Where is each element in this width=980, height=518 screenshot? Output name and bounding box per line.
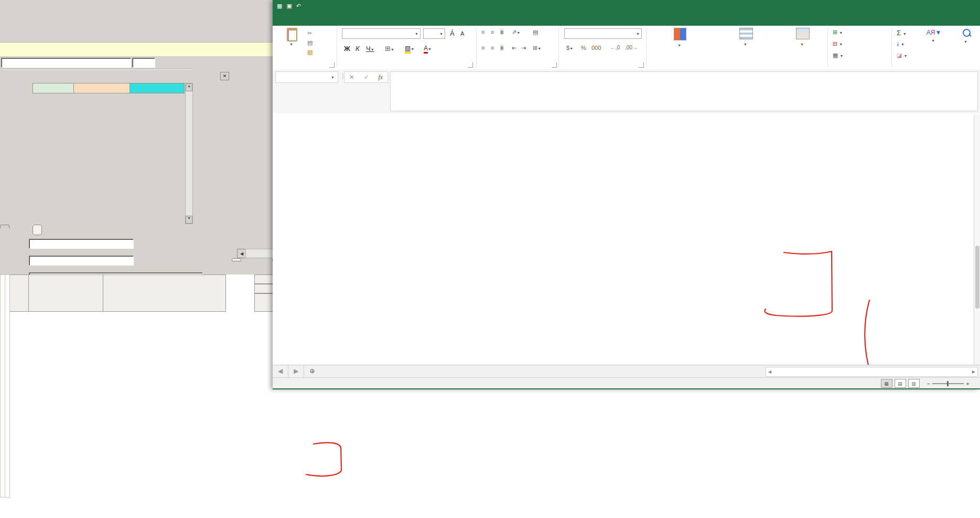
excel-window-bottom-edge <box>273 388 980 389</box>
name-box[interactable]: ▼ <box>275 71 338 83</box>
conditional-formatting-icon <box>674 28 686 40</box>
search-icon <box>963 29 971 37</box>
vars-header-name[interactable] <box>103 274 226 312</box>
warning-banner <box>0 42 275 57</box>
vars-header-standard <box>254 274 275 284</box>
tab-full-view[interactable] <box>232 258 241 261</box>
font-name-select[interactable]: ▼ <box>342 28 421 39</box>
vars-header-level <box>254 284 275 293</box>
new-sheet-icon[interactable]: ⊕ <box>304 365 320 378</box>
format-as-table-icon <box>739 28 753 39</box>
clipboard-icon <box>287 28 297 41</box>
font-launcher-icon[interactable] <box>468 62 473 68</box>
align-left-icon[interactable]: ≡ <box>481 45 484 51</box>
sheet-nav-right-icon[interactable]: ▶ <box>288 365 304 378</box>
red-annotation-bottom <box>283 437 388 500</box>
fill-color-icon[interactable]: ▨▼ <box>405 45 416 52</box>
copy-icon[interactable]: ▤ <box>307 39 313 46</box>
decrease-font-icon[interactable]: А <box>460 30 464 37</box>
cancel-icon[interactable]: ✕ <box>349 73 354 81</box>
hscroll-right-icon[interactable]: ▶ <box>972 369 975 374</box>
paste-button[interactable]: ▼ <box>280 28 304 46</box>
delete-cells-button[interactable]: ⊟ ▼ <box>833 40 844 47</box>
wrap-text-icon[interactable]: ▤ <box>533 29 538 36</box>
thousands-icon[interactable]: 000 <box>591 45 601 51</box>
orientation-icon[interactable]: ⇗▼ <box>512 29 522 36</box>
cell-value-input[interactable] <box>1 58 131 68</box>
number-launcher-icon[interactable] <box>639 62 644 68</box>
fill-icon[interactable]: ⤓ ▼ <box>897 40 906 47</box>
formulas-input[interactable] <box>29 239 134 249</box>
conditional-formatting-button[interactable]: ▼ <box>651 28 709 48</box>
increase-decimal-icon[interactable]: ←,0 <box>610 45 620 50</box>
col-header-bazovye[interactable] <box>130 83 185 93</box>
page-break-icon[interactable]: ▥ <box>908 379 920 388</box>
number-format-select[interactable]: ▼ <box>564 28 642 39</box>
merge-center-icon[interactable]: ⊞▼ <box>533 45 543 51</box>
align-middle-icon[interactable]: ≡ <box>491 29 494 35</box>
borders-icon[interactable]: ⊞▼ <box>385 45 396 52</box>
strip-scroll-track[interactable] <box>245 249 274 258</box>
currency-icon[interactable]: $▼ <box>566 45 575 51</box>
underline-icon[interactable]: Ч▼ <box>366 45 376 52</box>
increase-indent-icon[interactable]: ⇥ <box>521 45 526 51</box>
doc-tabs <box>0 28 274 42</box>
clear-icon[interactable]: ◪ ▼ <box>897 52 909 59</box>
hscroll-left-icon[interactable]: ◀ <box>768 369 771 374</box>
params-scrollbar[interactable]: ▲ ▼ <box>185 83 193 224</box>
formula-aux-box[interactable] <box>132 58 155 68</box>
percent-icon[interactable]: % <box>581 45 586 51</box>
zoom-slider[interactable] <box>932 383 964 384</box>
align-bottom-icon[interactable]: ≡ <box>500 29 503 35</box>
alignment-launcher-icon[interactable] <box>552 62 557 68</box>
cell-styles-button[interactable]: ▼ <box>782 28 823 47</box>
excel-logo-icon[interactable]: ▦ <box>277 3 282 9</box>
close-icon[interactable]: ✕ <box>220 72 229 80</box>
formula-input[interactable] <box>390 71 978 111</box>
find-select-button[interactable]: ▼ <box>953 29 979 45</box>
align-right-icon[interactable]: ≡ <box>500 45 503 51</box>
scrollbar-thumb[interactable] <box>975 246 979 309</box>
col-header-itogovye[interactable] <box>33 83 74 93</box>
vertical-scrollbar[interactable] <box>974 114 980 365</box>
save-icon[interactable]: ▣ <box>286 3 292 9</box>
normal-view-icon[interactable]: ▦ <box>881 379 892 388</box>
scroll-up-icon[interactable]: ▲ <box>186 83 192 91</box>
font-color-icon[interactable]: А▼ <box>424 45 433 52</box>
sort-filter-button[interactable]: АЯ▼ ▼ <box>917 29 951 44</box>
autosum-icon[interactable]: Σ ▼ <box>897 29 908 37</box>
fx-icon[interactable]: fx <box>378 73 383 81</box>
sheet-nav-left-icon[interactable]: ◀ <box>273 365 288 378</box>
italic-icon[interactable]: К <box>356 45 360 52</box>
works-input[interactable] <box>29 256 134 266</box>
insert-cells-button[interactable]: ⊞ ▼ <box>833 29 844 36</box>
undo-icon[interactable]: ↶ <box>296 3 301 9</box>
horizontal-scrollbar[interactable]: ◀ ▶ <box>766 367 978 377</box>
cut-icon[interactable]: ✂ <box>307 30 312 37</box>
decrease-indent-icon[interactable]: ⇤ <box>512 45 516 51</box>
scroll-down-icon[interactable]: ▼ <box>186 216 192 224</box>
format-cells-button[interactable]: ▦ ▼ <box>833 52 845 59</box>
app-toolbar <box>0 12 275 29</box>
vars-header-var[interactable] <box>28 274 103 312</box>
zoom-in-icon[interactable]: + <box>966 380 970 387</box>
tab-price-level[interactable] <box>0 225 9 228</box>
page-layout-icon[interactable]: ▤ <box>895 379 906 388</box>
clipboard-launcher-icon[interactable] <box>329 62 335 68</box>
increase-font-icon[interactable]: А́ <box>450 29 455 37</box>
col-header-edinichnye[interactable] <box>73 83 130 93</box>
format-as-table-button[interactable]: ▼ <box>712 28 780 47</box>
align-center-icon[interactable]: ≡ <box>491 45 494 51</box>
zoom-out-icon[interactable]: − <box>927 380 931 387</box>
font-size-select[interactable]: ▼ <box>423 28 445 39</box>
tab-new-price-level[interactable] <box>33 225 42 235</box>
format-painter-icon[interactable]: ▧ <box>307 49 313 56</box>
decrease-decimal-icon[interactable]: ,00→ <box>625 45 638 50</box>
excel-titlebar[interactable]: ▦ ▣ ↶ <box>273 0 980 14</box>
align-top-icon[interactable]: ≡ <box>481 29 484 35</box>
enter-icon[interactable]: ✓ <box>364 73 369 81</box>
vars-header-num[interactable] <box>9 274 29 312</box>
formula-buttons: ✕ ✓ fx <box>344 71 388 83</box>
bold-icon[interactable]: Ж <box>344 45 350 52</box>
ribbon-tabs <box>273 14 980 26</box>
